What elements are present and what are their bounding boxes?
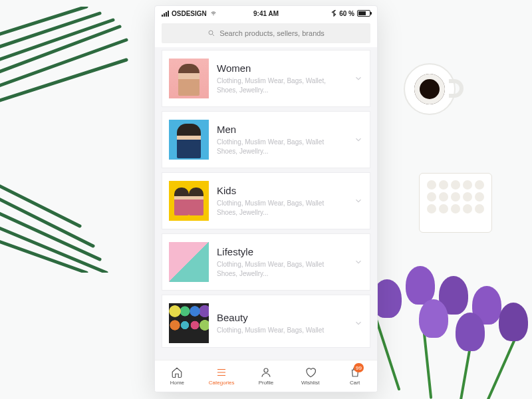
profile-icon: [260, 366, 272, 378]
category-lifestyle[interactable]: LifestyleClothing, Muslim Wear, Bags, Wa…: [162, 233, 370, 291]
wifi-icon: [209, 11, 217, 17]
categories-icon: [215, 366, 227, 378]
status-bar: OSDESIGN 9:41 AM 60 %: [155, 6, 377, 21]
tab-bar: Home Categories Profile Wishlist 99 Cart: [155, 360, 377, 392]
decor-leaf: [0, 7, 133, 126]
tab-categories[interactable]: Categories: [200, 360, 244, 392]
svg-point-0: [209, 31, 213, 35]
chevron-down-icon: [354, 319, 363, 328]
tab-label: Profile: [259, 380, 274, 386]
category-thumb: [169, 181, 209, 221]
tab-home[interactable]: Home: [155, 360, 200, 392]
category-women[interactable]: WomenClothing, Muslim Wear, Bags, Wallet…: [162, 50, 370, 107]
decor-tray: [419, 173, 492, 233]
category-title: Kids: [217, 185, 346, 196]
tab-label: Home: [170, 380, 184, 386]
category-subtitle: Clothing, Muslim Wear, Bags, Wallet Shoe…: [217, 138, 336, 156]
category-subtitle: Clothing, Muslim Wear, Bags, Wallet: [217, 326, 336, 335]
decor-coffee: [404, 63, 456, 115]
category-thumb: [169, 120, 209, 160]
battery-pct: 60 %: [339, 10, 354, 17]
heart-icon: [305, 366, 317, 378]
category-title: Women: [217, 63, 346, 74]
category-thumb: [169, 59, 209, 98]
category-title: Lifestyle: [217, 246, 346, 257]
category-thumb: [169, 242, 209, 282]
category-title: Men: [217, 124, 346, 135]
battery-icon: [357, 10, 370, 17]
phone-frame: OSDESIGN 9:41 AM 60 % Search products, s…: [154, 5, 378, 392]
category-thumb: [169, 303, 209, 343]
carrier: OSDESIGN: [172, 10, 207, 17]
chevron-down-icon: [354, 135, 363, 144]
category-subtitle: Clothing, Muslim Wear, Bags, Wallet Shoe…: [217, 199, 336, 217]
category-kids[interactable]: KidsClothing, Muslim Wear, Bags, Wallet …: [162, 172, 370, 229]
category-subtitle: Clothing, Muslim Wear, Bags, Wallet, Sho…: [217, 76, 336, 95]
chevron-down-icon: [354, 74, 363, 83]
search-placeholder: Search products, sellers, brands: [219, 29, 325, 37]
cart-badge: 99: [354, 363, 364, 372]
search-icon: [207, 29, 215, 37]
tab-label: Categories: [209, 380, 235, 386]
tab-label: Cart: [350, 380, 360, 386]
search-bar[interactable]: Search products, sellers, brands: [162, 23, 370, 43]
category-beauty[interactable]: BeautyClothing, Muslim Wear, Bags, Walle…: [162, 295, 370, 348]
category-men[interactable]: MenClothing, Muslim Wear, Bags, Wallet S…: [162, 111, 370, 168]
tab-label: Wishlist: [301, 380, 320, 386]
chevron-down-icon: [354, 257, 363, 267]
chevron-down-icon: [354, 196, 363, 205]
status-time: 9:41 AM: [253, 10, 279, 17]
category-list: WomenClothing, Muslim Wear, Bags, Wallet…: [155, 47, 377, 360]
signal-icon: [162, 11, 169, 17]
category-title: Beauty: [217, 312, 346, 323]
svg-point-1: [264, 368, 268, 372]
tab-wishlist[interactable]: Wishlist: [288, 360, 332, 392]
decor-leaf: [0, 153, 120, 273]
tab-cart[interactable]: 99 Cart: [332, 360, 377, 392]
category-subtitle: Clothing, Muslim Wear, Bags, Wallet Shoe…: [217, 260, 336, 279]
home-icon: [171, 366, 183, 378]
bluetooth-icon: [331, 10, 336, 17]
tab-profile[interactable]: Profile: [244, 360, 289, 392]
